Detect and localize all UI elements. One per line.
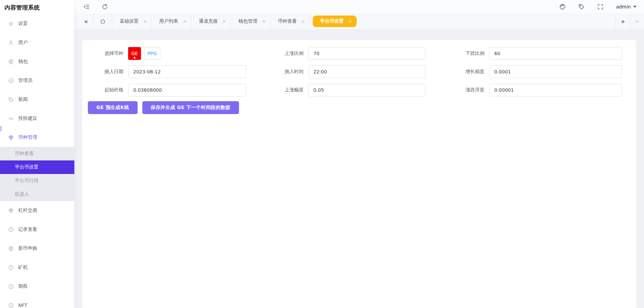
sidebar-item-coin-management[interactable]: 币种管理 xyxy=(0,128,74,147)
chevron-down-icon xyxy=(635,19,640,24)
tabs-expand-button[interactable]: » xyxy=(616,13,630,29)
submenu-item-label: 币种查看 xyxy=(15,151,34,157)
tabs-collapse-button[interactable]: « xyxy=(79,13,93,29)
sidebar-item-settings[interactable]: 设置 xyxy=(0,14,74,33)
sidebar-submenu-wrap: 币种查看 平台币设置 平台币行情 机器人 xyxy=(0,147,74,201)
tab-label: 币种查看 xyxy=(278,18,297,24)
badge-check-icon xyxy=(8,78,14,84)
tag-icon[interactable] xyxy=(578,3,585,10)
field-start-price: 起始价格 xyxy=(99,84,279,96)
sidebar-item-admins[interactable]: 管理员 xyxy=(0,71,74,90)
submenu-item-platform-coin-market[interactable]: 平台币行情 xyxy=(0,174,74,188)
field-rise-amplitude: 上涨幅度 xyxy=(279,84,460,96)
field-insert-date: 插入日期 xyxy=(99,65,279,78)
coin-option-ge[interactable]: GE xyxy=(128,47,141,60)
sidebar-item-label: 杠杆交易 xyxy=(18,207,37,214)
submenu-item-label: 平台币行情 xyxy=(15,178,39,184)
fold-icon[interactable] xyxy=(83,3,90,10)
save-and-generate-next-period-button[interactable]: 保存并生成 GE 下一个时间段的数据 xyxy=(142,101,239,114)
coin-selector-cell: 选择币种 GE PPG xyxy=(99,47,279,60)
field-growth-precision: 增长精度 xyxy=(460,65,623,78)
submenu-item-platform-coin-settings[interactable]: 平台币设置 xyxy=(0,160,74,174)
sidebar-item-label: 新币申购 xyxy=(18,245,37,251)
tab-coin-view[interactable]: 币种查看 × xyxy=(270,13,310,29)
field-label: 上涨比例 xyxy=(279,50,304,57)
palette-icon[interactable] xyxy=(559,3,566,10)
sidebar-item-label: 新闻 xyxy=(18,96,28,103)
submenu-item-coin-view[interactable]: 币种查看 xyxy=(0,147,74,160)
close-icon[interactable]: × xyxy=(143,19,147,24)
form-actions: GE 预生成K线 保存并生成 GE 下一个时间段的数据 xyxy=(88,101,636,114)
refresh-icon[interactable] xyxy=(101,3,108,10)
sidebar-item-mining-machine[interactable]: 矿机 xyxy=(0,258,74,277)
start-price-input[interactable] xyxy=(128,84,246,96)
growth-precision-input[interactable] xyxy=(489,65,622,78)
field-label: 增长精度 xyxy=(460,69,484,75)
dollar-circle-icon xyxy=(8,59,14,65)
field-label: 起始价格 xyxy=(99,87,123,93)
tabs-more-button[interactable] xyxy=(630,13,644,29)
insert-time-input[interactable] xyxy=(308,65,425,78)
coin-option-ppg[interactable]: PPG xyxy=(144,47,160,60)
sidebar-item-new-coin-subscription[interactable]: 新币申购 xyxy=(0,239,74,258)
tab-strip: « 基础设置 × 用户列表 × 通道充值 × 钱包管理 × 币种查看 xyxy=(74,13,644,30)
sidebar-item-records[interactable]: 记录查看 xyxy=(0,220,74,239)
tab-user-list[interactable]: 用户列表 × xyxy=(152,13,191,29)
field-insert-time: 插入时间 xyxy=(279,65,460,78)
close-icon[interactable]: × xyxy=(222,19,226,24)
settings-form: 选择币种 GE PPG 上涨比例 下跌比例 插入日期 xyxy=(82,47,636,96)
dollar-circle-icon xyxy=(8,246,14,251)
tab-channel-recharge[interactable]: 通道充值 × xyxy=(191,13,231,29)
sidebar-item-users[interactable]: 用户 xyxy=(0,33,74,52)
close-icon[interactable]: × xyxy=(182,19,187,24)
tab-platform-coin-settings[interactable]: 平台币设置 × xyxy=(313,16,357,27)
sidebar-item-wallet[interactable]: 钱包 xyxy=(0,52,74,71)
sidebar-submenu: 币种查看 平台币设置 平台币行情 机器人 xyxy=(0,147,74,201)
diamond-icon xyxy=(8,208,14,214)
tab-label: 钱包管理 xyxy=(238,18,257,24)
app-root: 内容管理系统 设置 用户 钱包 管理员 新闻 xyxy=(0,0,644,308)
gear-icon xyxy=(8,21,14,27)
home-tab-button[interactable] xyxy=(93,13,112,29)
fluctuation-input[interactable] xyxy=(489,84,622,96)
field-label: 下跌比例 xyxy=(460,50,484,57)
tab-wallet-management[interactable]: 钱包管理 × xyxy=(231,13,270,29)
expand-icon[interactable] xyxy=(597,3,604,10)
history-icon xyxy=(8,265,14,270)
field-label: 涨跌浮度 xyxy=(460,87,484,93)
close-icon[interactable]: × xyxy=(348,19,353,24)
pre-generate-kline-button[interactable]: GE 预生成K线 xyxy=(88,101,138,114)
sidebar-item-options[interactable]: 期权 xyxy=(0,277,74,296)
sidebar-item-news[interactable]: 新闻 xyxy=(0,90,74,109)
sidebar-item-feedback[interactable]: 投拆建议 xyxy=(0,109,74,128)
history-icon xyxy=(8,284,14,289)
tab-label: 通道充值 xyxy=(199,18,218,24)
tab-label: 用户列表 xyxy=(159,18,178,24)
tab-strip-spacer xyxy=(359,13,616,29)
sidebar-item-nft[interactable]: NFT xyxy=(0,296,74,308)
sidebar-item-label: 记录查看 xyxy=(18,226,37,233)
fall-ratio-input[interactable] xyxy=(489,47,622,60)
close-icon[interactable]: × xyxy=(301,19,306,24)
settings-card: 选择币种 GE PPG 上涨比例 下跌比例 插入日期 xyxy=(82,40,636,308)
sidebar-scroll-indicator[interactable] xyxy=(0,126,2,131)
tab-label: 平台币设置 xyxy=(320,18,344,24)
sidebar-item-label: 用户 xyxy=(18,40,28,46)
close-icon[interactable]: × xyxy=(261,19,266,24)
insert-date-input[interactable] xyxy=(128,65,246,78)
header-right-icons: admin xyxy=(559,3,637,10)
diamond-icon xyxy=(8,135,14,140)
field-fall-ratio: 下跌比例 xyxy=(460,47,623,60)
sidebar-menu: 设置 用户 钱包 管理员 新闻 投拆建议 xyxy=(0,14,74,308)
tab-basic-settings[interactable]: 基础设置 × xyxy=(112,13,152,29)
sidebar-item-leverage-trading[interactable]: 杠杆交易 xyxy=(0,201,74,220)
rise-ratio-input[interactable] xyxy=(308,47,425,60)
submenu-item-robot[interactable]: 机器人 xyxy=(0,188,74,201)
sidebar-item-label: NFT xyxy=(18,303,27,308)
submenu-item-label: 机器人 xyxy=(15,191,29,197)
field-label: 插入时间 xyxy=(279,69,304,75)
rise-amplitude-input[interactable] xyxy=(308,84,425,96)
sidebar-item-label: 管理员 xyxy=(18,78,32,84)
user-menu[interactable]: admin xyxy=(616,4,637,9)
header-left-icons xyxy=(83,3,108,10)
